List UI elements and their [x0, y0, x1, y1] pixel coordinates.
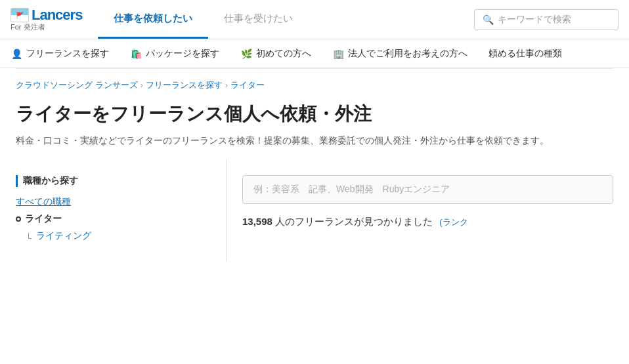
results-count: 13,598	[242, 216, 272, 227]
right-content: 例：美容系 記事、Web開発 Rubyエンジニア 13,598 人のフリーランス…	[226, 159, 613, 262]
tab-receive[interactable]: 仕事を受けたい	[208, 0, 309, 39]
header-nav-tabs: 仕事を依頼したい 仕事を受けたい	[98, 0, 309, 39]
header: 🚩 Lancers For 発注者 仕事を依頼したい 仕事を受けたい 🔍 キーワ…	[0, 0, 629, 39]
breadcrumb-item-top[interactable]: クラウドソーシング ランサーズ	[16, 79, 138, 91]
subnav-first-time[interactable]: 🌿 初めての方へ	[240, 48, 311, 60]
page-description: 料金・口コミ・実績などでライターのフリーランスを検索！提案の募集、業務委託での個…	[16, 133, 613, 149]
subnav-find-package[interactable]: 🛍️ パッケージを探す	[130, 48, 219, 60]
sidebar-active-item: ライター	[16, 213, 210, 225]
breadcrumb: クラウドソーシング ランサーズ › フリーランスを探す › ライター	[0, 69, 629, 96]
search-icon: 🔍	[483, 14, 494, 25]
sidebar-active-label: ライター	[25, 213, 62, 225]
breadcrumb-sep-1: ›	[141, 81, 143, 90]
results-summary: 13,598 人のフリーランスが見つかりました (ランク	[242, 216, 613, 228]
leaf-icon: 🌿	[240, 48, 252, 60]
subnav-find-package-label: パッケージを探す	[146, 48, 219, 60]
subnav-job-types[interactable]: 頼める仕事の種類	[488, 48, 562, 60]
person-icon: 👤	[11, 48, 22, 60]
results-summary-text: 人のフリーランスが見つかりました	[275, 216, 433, 227]
building-icon: 🏢	[332, 48, 344, 60]
sidebar-all-jobs-link[interactable]: すべての職種	[16, 196, 210, 208]
sidebar-sub-item-writing[interactable]: ライティング	[28, 230, 210, 242]
logo-image[interactable]: 🚩 Lancers	[11, 7, 82, 24]
sidebar-section-title: 職種から探す	[16, 175, 210, 187]
page-title: ライターをフリーランス個人へ依頼・外注	[16, 102, 613, 127]
subnav-find-freelancer[interactable]: 👤 フリーランスを探す	[11, 48, 109, 60]
subnav-first-time-label: 初めての方へ	[256, 48, 311, 60]
page-title-area: ライターをフリーランス個人へ依頼・外注 料金・口コミ・実績などでライターのフリー…	[0, 96, 629, 159]
logo-text: Lancers	[32, 7, 82, 24]
rank-link[interactable]: (ランク	[439, 217, 467, 227]
main-content: 職種から探す すべての職種 ライター ライティング 例：美容系 記事、Web開発…	[0, 159, 629, 277]
keyword-search-area[interactable]: 例：美容系 記事、Web開発 Rubyエンジニア	[242, 175, 613, 204]
breadcrumb-item-freelancer[interactable]: フリーランスを探す	[146, 79, 223, 91]
subnav-find-freelancer-label: フリーランスを探す	[26, 48, 109, 60]
logo-area: 🚩 Lancers For 発注者	[11, 7, 82, 32]
subnav-job-types-label: 頼める仕事の種類	[488, 48, 562, 60]
logo-flag-icon: 🚩	[11, 8, 29, 22]
logo-subtitle: For 発注者	[11, 22, 45, 32]
header-search[interactable]: 🔍 キーワードで検索	[474, 9, 618, 30]
box-icon: 🛍️	[130, 48, 142, 60]
subnav-corporate-label: 法人でご利用をお考えの方へ	[348, 48, 467, 60]
subnav-corporate[interactable]: 🏢 法人でご利用をお考えの方へ	[332, 48, 467, 60]
breadcrumb-sep-2: ›	[225, 81, 228, 90]
search-placeholder-text: キーワードで検索	[498, 14, 571, 26]
keyword-placeholder: 例：美容系 記事、Web開発 Rubyエンジニア	[253, 184, 450, 194]
sidebar: 職種から探す すべての職種 ライター ライティング	[16, 159, 226, 262]
breadcrumb-item-writer[interactable]: ライター	[230, 79, 265, 91]
tab-request[interactable]: 仕事を依頼したい	[98, 0, 208, 39]
subnav: 👤 フリーランスを探す 🛍️ パッケージを探す 🌿 初めての方へ 🏢 法人でご利…	[0, 39, 629, 68]
sidebar-sub-writing-label: ライティング	[36, 230, 91, 242]
active-dot-icon	[16, 216, 21, 222]
